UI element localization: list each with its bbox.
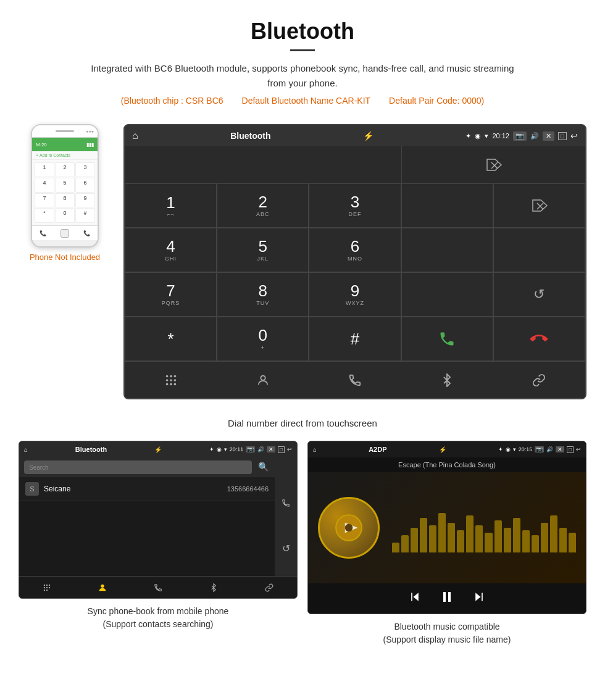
pb-nav-bt[interactable] bbox=[186, 577, 241, 598]
key-2[interactable]: 2 ABC bbox=[217, 183, 309, 228]
music-song-title: Escape (The Pina Colada Song) bbox=[398, 461, 496, 469]
dial-backspace-btn[interactable] bbox=[401, 146, 585, 183]
pb-search-placeholder: Search bbox=[29, 464, 49, 471]
pb-refresh-icon[interactable]: ↺ bbox=[282, 543, 290, 554]
eq-bar-7 bbox=[457, 530, 464, 552]
key-end-call[interactable] bbox=[493, 317, 585, 361]
eq-bar-4 bbox=[429, 525, 436, 552]
key-3[interactable]: 3 DEF bbox=[309, 183, 401, 228]
phonebook-screenshot: ⌂ Bluetooth ⚡ ✦ ◉ ▾ 20:11 📷 🔊 ✕ □ ↩ bbox=[19, 441, 298, 599]
prev-btn[interactable] bbox=[409, 591, 421, 606]
phone-signal: ▮▮▮ bbox=[86, 142, 94, 148]
svg-point-10 bbox=[165, 383, 168, 385]
back-icon[interactable]: ↩ bbox=[570, 131, 578, 141]
pb-bt-icon: ✦ bbox=[209, 446, 214, 452]
pb-title: Bluetooth bbox=[75, 446, 107, 453]
nav-link[interactable] bbox=[493, 362, 585, 398]
key-empty-2 bbox=[401, 228, 493, 272]
nav-contacts[interactable] bbox=[217, 362, 309, 398]
phone-key-0[interactable]: 0 bbox=[55, 208, 75, 223]
phone-home-btn[interactable] bbox=[60, 229, 69, 238]
svg-point-24 bbox=[345, 524, 353, 532]
phone-key-hash[interactable]: # bbox=[75, 208, 95, 223]
svg-point-14 bbox=[44, 584, 45, 585]
pb-search-icon[interactable]: 🔍 bbox=[258, 462, 269, 472]
usb-icon: ⚡ bbox=[363, 131, 373, 141]
music-title: A2DP bbox=[369, 446, 386, 453]
phonebook-caption-line1: Sync phone-book from mobile phone bbox=[88, 606, 229, 616]
svg-point-21 bbox=[46, 589, 48, 590]
music-equalizer bbox=[392, 503, 576, 552]
phone-key-6[interactable]: 6 bbox=[75, 178, 95, 193]
phone-key-7[interactable]: 7 bbox=[35, 193, 54, 208]
key-1[interactable]: 1 ⌐¬ bbox=[125, 183, 217, 228]
next-btn[interactable] bbox=[473, 591, 485, 606]
nav-phone[interactable] bbox=[309, 362, 401, 398]
phone-key-4[interactable]: 4 bbox=[35, 178, 54, 193]
svg-point-12 bbox=[173, 383, 176, 385]
pb-contact-row-0[interactable]: S Seicane 13566664466 bbox=[19, 477, 275, 501]
key-9[interactable]: 9 WXYZ bbox=[309, 272, 401, 317]
music-caption: Bluetooth music compatible (Support disp… bbox=[383, 620, 511, 646]
pb-nav-phone[interactable] bbox=[130, 577, 186, 598]
music-controls bbox=[308, 583, 586, 614]
phone-key-9[interactable]: 9 bbox=[75, 193, 95, 208]
music-screenshot: ⌂ A2DP ⚡ ✦ ◉ ▾ 20:15 📷 🔊 ✕ □ ↩ Escape (T… bbox=[307, 441, 586, 614]
pb-close-btn[interactable]: ✕ bbox=[267, 446, 275, 452]
phone-add-contact: +Add to Contacts bbox=[32, 151, 98, 160]
key-8[interactable]: 8 TUV bbox=[217, 272, 309, 317]
phone-key-star[interactable]: * bbox=[35, 208, 54, 223]
pb-search-row: Search 🔍 bbox=[19, 457, 297, 477]
close-icon[interactable]: ✕ bbox=[543, 131, 554, 141]
dial-bottom-nav bbox=[125, 361, 585, 398]
key-empty-1 bbox=[401, 183, 493, 228]
key-6[interactable]: 6 MNO bbox=[309, 228, 401, 272]
key-0[interactable]: 0 + bbox=[217, 317, 309, 361]
eq-bar-14 bbox=[522, 530, 530, 552]
phone-key-5[interactable]: 5 bbox=[55, 178, 75, 193]
eq-bar-5 bbox=[438, 513, 446, 552]
nav-dialpad[interactable] bbox=[125, 362, 217, 398]
pb-back-btn[interactable]: ↩ bbox=[287, 446, 292, 452]
nav-bluetooth[interactable] bbox=[401, 362, 493, 398]
svg-rect-27 bbox=[443, 592, 446, 602]
eq-bar-12 bbox=[504, 528, 511, 552]
phone-speaker bbox=[56, 130, 74, 132]
home-icon[interactable]: ⌂ bbox=[132, 130, 138, 141]
dial-statusbar: ⌂ Bluetooth ⚡ ✦ ◉ ▾ 20:12 📷 🔊 ✕ □ ↩ bbox=[125, 125, 585, 146]
pb-home-icon[interactable]: ⌂ bbox=[24, 446, 28, 453]
key-4[interactable]: 4 GHI bbox=[125, 228, 217, 272]
music-close-btn[interactable]: ✕ bbox=[556, 446, 564, 452]
phone-key-1[interactable]: 1 bbox=[35, 162, 54, 177]
key-backspace[interactable] bbox=[493, 183, 585, 228]
music-home-icon[interactable]: ⌂ bbox=[313, 446, 317, 453]
eq-bar-8 bbox=[466, 515, 474, 552]
phone-screen: M:20 ▮▮▮ +Add to Contacts 1 2 3 4 5 6 7 … bbox=[32, 138, 98, 240]
pb-call-icon[interactable] bbox=[282, 499, 290, 509]
pb-number-0: 13566664466 bbox=[227, 485, 269, 493]
key-refresh[interactable]: ↺ bbox=[493, 272, 585, 317]
phone-key-3[interactable]: 3 bbox=[75, 162, 95, 177]
key-empty-4 bbox=[401, 272, 493, 317]
key-5[interactable]: 5 JKL bbox=[217, 228, 309, 272]
phone-not-included-label: Phone Not Included bbox=[30, 252, 100, 262]
spec-chip: (Bluetooth chip : CSR BC6 bbox=[121, 96, 223, 106]
pb-search-box[interactable]: Search bbox=[24, 460, 252, 474]
music-loc-icon: ◉ bbox=[506, 446, 511, 452]
key-star[interactable]: * bbox=[125, 317, 217, 361]
key-7[interactable]: 7 PQRS bbox=[125, 272, 217, 317]
bt-status-icon: ✦ bbox=[465, 132, 471, 140]
pb-nav-dialpad[interactable] bbox=[19, 577, 75, 598]
phone-key-2[interactable]: 2 bbox=[55, 162, 75, 177]
svg-marker-25 bbox=[414, 593, 419, 601]
location-icon: ◉ bbox=[475, 132, 481, 140]
key-call[interactable] bbox=[401, 317, 493, 361]
pb-nav-link[interactable] bbox=[241, 577, 297, 598]
svg-point-5 bbox=[170, 375, 172, 377]
key-hash[interactable]: # bbox=[309, 317, 401, 361]
play-pause-btn[interactable] bbox=[440, 590, 454, 607]
pb-nav-person[interactable] bbox=[75, 577, 130, 598]
music-back-btn[interactable]: ↩ bbox=[576, 446, 581, 452]
phone-key-8[interactable]: 8 bbox=[55, 193, 75, 208]
pb-side-icons: ↺ bbox=[275, 477, 297, 576]
